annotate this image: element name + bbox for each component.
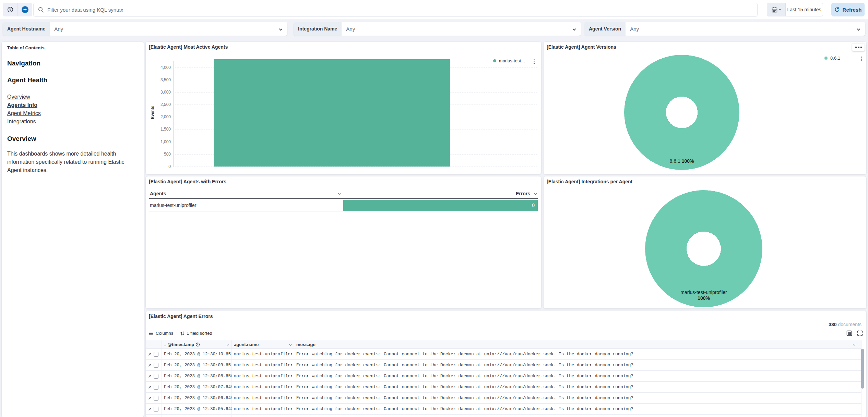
versions-donut-chart[interactable] — [624, 55, 739, 170]
table-row[interactable]: Feb 20, 2023 @ 12:30:09.651 marius-test-… — [146, 360, 861, 371]
filter-agent-version[interactable]: Agent Version Any — [584, 22, 865, 36]
chevron-down-icon[interactable] — [534, 192, 537, 195]
agent-name-column-header[interactable]: agent.name — [232, 340, 294, 348]
grid-rows: Feb 20, 2023 @ 12:30:10.651 marius-test-… — [146, 349, 861, 417]
top-navbar: Last 15 minutes Refresh — [0, 0, 868, 19]
message-cell: Error watching for docker events: Cannot… — [294, 349, 861, 359]
legend-label[interactable]: 8.6.1 — [830, 56, 840, 61]
calendar-icon — [772, 7, 777, 13]
y-tick: 500 — [146, 152, 171, 157]
timestamp-cell: Feb 20, 2023 @ 12:30:10.651 — [162, 349, 232, 359]
sort-fields-button[interactable]: 1 field sorted — [180, 331, 212, 336]
grid-toolbar-right — [846, 330, 863, 336]
row-checkbox[interactable] — [154, 407, 158, 412]
column-header-errors[interactable]: Errors — [516, 191, 530, 196]
saved-query-filter-icon[interactable] — [3, 3, 17, 16]
refresh-button[interactable]: Refresh — [831, 3, 865, 16]
chevron-down-icon[interactable] — [289, 343, 292, 346]
timestamp-column-header[interactable]: ↓ @timestamp — [162, 340, 232, 348]
display-options-icon[interactable] — [846, 330, 852, 336]
table-row[interactable]: Feb 20, 2023 @ 12:30:08.650 marius-test-… — [146, 371, 861, 382]
kql-search-input[interactable] — [47, 7, 753, 13]
toc-link-integrations[interactable]: Integrations — [7, 118, 138, 126]
filter-agent-hostname[interactable]: Agent Hostname Any — [3, 22, 287, 36]
table-row[interactable]: Feb 20, 2023 @ 12:30:05.648 marius-test-… — [146, 404, 861, 415]
quick-select-calendar-button[interactable] — [767, 3, 786, 16]
agent-name-cell: marius-test-uniprofiler — [232, 404, 294, 414]
errors-value-cell: 0 — [343, 200, 538, 211]
table-row[interactable]: Feb 20, 2023 @ 12:30:10.651 marius-test-… — [146, 349, 861, 360]
filter-integration-name[interactable]: Integration Name Any — [294, 22, 581, 36]
chevron-down-icon — [573, 27, 576, 30]
table-row[interactable]: marius-test-uniprofiler 0 — [149, 200, 538, 211]
chevron-down-icon[interactable] — [227, 343, 229, 346]
timestamp-cell: Feb 20, 2023 @ 12:30:04.647 — [162, 415, 232, 417]
query-menu-group — [3, 3, 32, 16]
message-cell: Error watching for docker events: Cannot… — [294, 382, 861, 392]
table-row[interactable]: Feb 20, 2023 @ 12:30:04.647 marius-test-… — [146, 415, 861, 417]
legend-actions-icon[interactable] — [860, 56, 863, 62]
table-row[interactable]: Feb 20, 2023 @ 12:30:06.649 marius-test-… — [146, 393, 861, 404]
message-column-header[interactable]: message — [294, 340, 861, 348]
agents-with-errors-panel: [Elastic Agent] Agents with Errors Agent… — [146, 176, 541, 308]
message-cell: Error watching for docker events: Cannot… — [294, 360, 861, 370]
chevron-down-icon — [857, 27, 860, 30]
row-checkbox[interactable] — [154, 374, 158, 379]
agent-name-cell: marius-test-uniprofiler — [232, 382, 294, 392]
timestamp-cell: Feb 20, 2023 @ 12:30:08.650 — [162, 371, 232, 381]
columns-button[interactable]: Columns — [149, 331, 173, 336]
document-count-number: 330 — [829, 322, 836, 327]
table-of-contents-panel: Table of Contents Navigation Agent Healt… — [2, 42, 144, 417]
expand-row-icon[interactable] — [148, 396, 152, 400]
filter-label: Agent Hostname — [3, 22, 50, 36]
column-label: message — [296, 342, 316, 347]
toc-link-agent-metrics[interactable]: Agent Metrics — [7, 109, 138, 118]
vertical-scrollbar[interactable] — [861, 349, 864, 389]
document-count-label: documents — [837, 322, 861, 327]
toc-heading-agent-health: Agent Health — [7, 76, 138, 84]
legend-label[interactable]: marius-test… — [499, 58, 525, 63]
document-count: 330 documents — [829, 322, 861, 327]
events-bar[interactable] — [214, 59, 450, 167]
expand-row-icon[interactable] — [148, 374, 152, 378]
expand-row-icon[interactable] — [148, 407, 152, 411]
timestamp-cell: Feb 20, 2023 @ 12:30:07.649 — [162, 382, 232, 392]
agent-errors-panel: [Elastic Agent] Agent Errors 330 documen… — [146, 311, 866, 417]
row-checkbox[interactable] — [154, 363, 158, 368]
sort-descending-icon: ↓ — [164, 342, 166, 347]
y-axis-line — [173, 61, 174, 167]
column-header-agents[interactable]: Agents — [150, 191, 166, 196]
control-column-header — [146, 340, 162, 348]
expand-row-icon[interactable] — [148, 385, 152, 389]
y-axis-ticks: 4,000 3,500 3,000 2,500 2,000 1,500 1,00… — [146, 42, 171, 174]
agent-name-cell: marius-test-uniprofiler — [232, 393, 294, 403]
agent-name-cell: marius-test-uniprofiler — [232, 371, 294, 381]
filter-label: Agent Version — [584, 22, 626, 36]
row-checkbox[interactable] — [154, 396, 158, 401]
chevron-down-icon[interactable] — [338, 192, 341, 195]
expand-row-icon[interactable] — [148, 363, 152, 367]
panel-title: [Elastic Agent] Agents with Errors — [149, 179, 226, 184]
chevron-down-icon[interactable] — [853, 343, 855, 346]
legend-color-dot — [824, 57, 828, 60]
fullscreen-icon[interactable] — [857, 330, 863, 336]
toc-link-overview[interactable]: Overview — [7, 93, 138, 101]
toc-link-agents-info[interactable]: Agents Info — [7, 101, 138, 109]
row-checkbox[interactable] — [154, 385, 158, 390]
sorted-fields-label: 1 field sorted — [187, 331, 212, 336]
time-range-picker: Last 15 minutes — [767, 3, 823, 16]
toc-heading-navigation: Navigation — [7, 60, 138, 67]
time-range-value[interactable]: Last 15 minutes — [786, 3, 823, 16]
most-active-agents-panel: [Elastic Agent] Most Active Agents Event… — [146, 42, 541, 174]
filter-value: Any — [342, 22, 573, 36]
legend-actions-icon[interactable] — [533, 58, 536, 65]
bar-chart-plot-area — [173, 58, 537, 167]
column-label: agent.name — [234, 342, 259, 347]
add-filter-icon[interactable] — [17, 3, 32, 16]
table-row[interactable]: Feb 20, 2023 @ 12:30:07.649 marius-test-… — [146, 382, 861, 393]
message-cell: Error watching for docker events: Cannot… — [294, 404, 861, 414]
gridline — [173, 167, 537, 167]
panel-options-icon[interactable] — [852, 44, 865, 51]
row-checkbox[interactable] — [154, 352, 158, 357]
expand-row-icon[interactable] — [148, 352, 152, 356]
